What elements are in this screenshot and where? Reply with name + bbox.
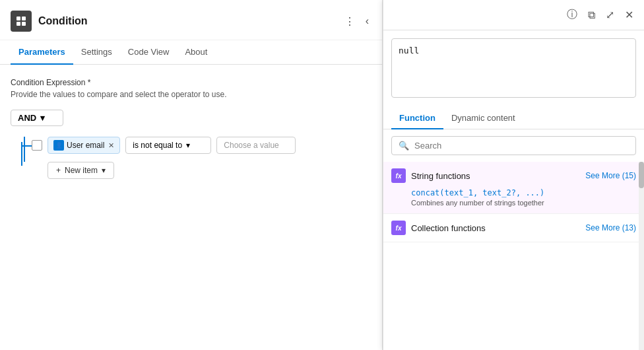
collapse-button[interactable]: ‹	[363, 13, 371, 30]
tag-remove-button[interactable]: ✕	[108, 141, 114, 150]
tab-dynamic-content[interactable]: Dynamic content	[443, 108, 523, 129]
string-functions-group: fx String functions See More (15) concat…	[383, 162, 644, 214]
function-tabs: Function Dynamic content	[383, 108, 644, 129]
tab-parameters[interactable]: Parameters	[11, 40, 73, 65]
new-item-button[interactable]: + New item ▾	[48, 162, 114, 179]
more-options-button[interactable]: ⋮	[342, 13, 358, 30]
expression-textarea[interactable]: null	[391, 38, 636, 98]
concat-function-desc: Combines any number of strings together	[411, 199, 636, 207]
search-icon: 🔍	[399, 141, 409, 151]
panel-header: Condition ⋮ ‹	[0, 0, 382, 40]
collection-fx-badge: fx	[391, 221, 406, 235]
copy-button[interactable]: ⧉	[585, 7, 598, 24]
tab-code-view[interactable]: Code View	[120, 40, 177, 65]
value-input[interactable]: Choose a value	[216, 137, 296, 154]
tab-settings[interactable]: Settings	[73, 40, 120, 65]
tag-icon: 👤	[53, 140, 64, 151]
condition-expression-sublabel: Provide the values to compare and select…	[11, 90, 371, 99]
expand-button[interactable]: ⤢	[603, 6, 617, 24]
connector-h-line	[21, 145, 32, 147]
close-button[interactable]: ✕	[622, 6, 636, 24]
condition-row: 👤 User email ✕ is not equal to ▾ Choose …	[32, 137, 371, 154]
and-dropdown[interactable]: AND ▾	[11, 110, 63, 126]
operator-label: is not equal to	[133, 141, 182, 150]
operator-chevron-icon: ▾	[186, 141, 190, 150]
expression-panel-header: ⓘ ⧉ ⤢ ✕	[383, 0, 644, 30]
tag-label: User email	[67, 141, 104, 150]
svg-rect-1	[22, 17, 26, 20]
new-item-row: + New item ▾	[48, 162, 371, 179]
condition-checkbox[interactable]	[32, 140, 42, 151]
expression-panel: ⓘ ⧉ ⤢ ✕ null Function Dynamic content 🔍 …	[383, 0, 644, 350]
operator-dropdown[interactable]: is not equal to ▾	[125, 137, 211, 154]
user-email-tag: 👤 User email ✕	[48, 137, 120, 154]
parameters-content: Condition Expression * Provide the value…	[0, 65, 382, 350]
plus-icon: +	[56, 166, 61, 175]
and-chevron-icon: ▾	[40, 113, 45, 123]
header-icon	[11, 11, 32, 32]
concat-function-name[interactable]: concat(text_1, text_2?, ...)	[411, 188, 636, 197]
search-input[interactable]	[414, 141, 629, 151]
string-see-more-link[interactable]: See More (15)	[585, 171, 636, 180]
svg-rect-3	[22, 22, 26, 26]
collection-functions-group: fx Collection functions See More (13)	[383, 214, 644, 242]
tab-about[interactable]: About	[177, 40, 215, 65]
tabs-bar: Parameters Settings Code View About	[0, 40, 382, 65]
left-panel: Condition ⋮ ‹ Parameters Settings Code V…	[0, 0, 383, 350]
svg-rect-0	[16, 17, 20, 20]
collection-see-more-link[interactable]: See More (13)	[585, 223, 636, 232]
tab-function[interactable]: Function	[391, 108, 443, 129]
functions-list: fx String functions See More (15) concat…	[383, 162, 644, 350]
scrollbar-track[interactable]	[639, 162, 644, 350]
string-fx-badge: fx	[391, 168, 406, 183]
search-row: 🔍	[391, 136, 636, 155]
svg-rect-2	[16, 22, 20, 26]
collection-functions-label: Collection functions	[411, 223, 486, 233]
condition-expression-label: Condition Expression *	[11, 78, 371, 87]
info-button[interactable]: ⓘ	[564, 5, 580, 24]
scrollbar-thumb[interactable]	[639, 162, 644, 188]
string-functions-label: String functions	[411, 171, 470, 181]
panel-title: Condition	[38, 15, 88, 27]
expression-area: null	[383, 30, 644, 108]
new-item-chevron-icon: ▾	[102, 166, 106, 175]
concat-function-item: concat(text_1, text_2?, ...) Combines an…	[391, 188, 636, 207]
